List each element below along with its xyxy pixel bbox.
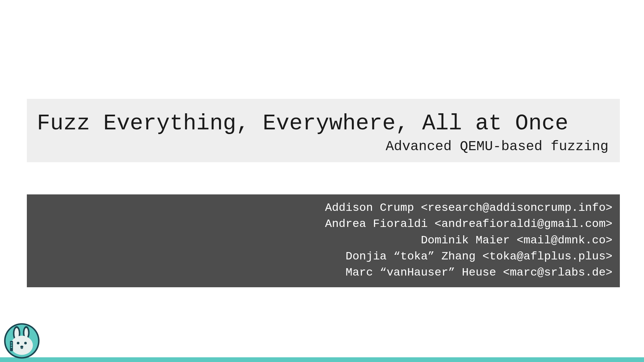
svg-rect-13: [11, 347, 12, 348]
author-line: Addison Crump <research@addisoncrump.inf…: [34, 200, 612, 216]
svg-point-6: [11, 336, 33, 355]
authors-block: Addison Crump <research@addisoncrump.inf…: [27, 194, 620, 287]
author-line: Andrea Fioraldi <andreafioraldi@gmail.co…: [34, 216, 612, 232]
svg-point-7: [17, 342, 19, 345]
svg-point-9: [20, 346, 23, 348]
author-line: Dominik Maier <mail@dmnk.co>: [34, 232, 612, 248]
title-block: Fuzz Everything, Everywhere, All at Once…: [27, 99, 620, 162]
slide-title: Fuzz Everything, Everywhere, All at Once: [37, 111, 610, 136]
svg-point-8: [24, 342, 27, 345]
author-line: Marc “vanHauser” Heuse <marc@srlabs.de>: [34, 264, 612, 281]
author-line: Donjia “toka” Zhang <toka@aflplus.plus>: [34, 248, 612, 264]
svg-rect-12: [11, 345, 12, 346]
slide-subtitle: Advanced QEMU-based fuzzing: [37, 139, 610, 154]
footer-accent-bar: [0, 357, 644, 362]
bunny-mascot-icon: [3, 322, 40, 359]
svg-rect-11: [11, 342, 12, 343]
